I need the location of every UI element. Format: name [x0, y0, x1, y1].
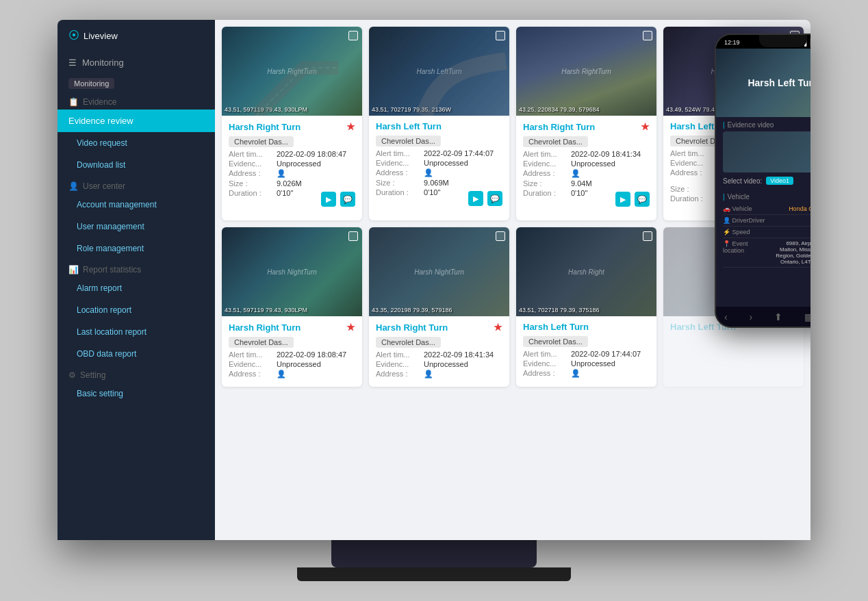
sidebar-item-alarm-report[interactable]: Alarm report	[58, 277, 215, 299]
phone-event-thumb: Harsh Left Turn	[716, 49, 810, 117]
thumb-label-7: Harsh Right	[568, 268, 604, 276]
card-title-1: Harsh Right Turn ★	[229, 121, 355, 132]
sidebar-section-setting: ⚙ Setting	[58, 365, 215, 383]
card-checkbox-5[interactable]	[348, 231, 358, 241]
monitor-stand	[331, 540, 537, 567]
card-info-1: Harsh Right Turn ★ Chevrolet Das... Aler…	[222, 116, 362, 215]
thumb-coords-5: 43.51, 597119 79.43, 930LPM	[225, 307, 307, 314]
star-icon-3[interactable]: ★	[641, 121, 650, 132]
action-icons-1: ▶ 💬	[321, 192, 355, 207]
meta-duration-3: Duration : 0'10" ▶ 💬	[523, 189, 650, 207]
road-svg-1	[222, 27, 362, 116]
phone-back-icon[interactable]: ‹	[724, 311, 728, 322]
phone-speed-label: ⚡ Speed	[723, 229, 750, 235]
download-icon-1[interactable]: ▶	[321, 192, 336, 207]
phone-forward-icon[interactable]: ›	[750, 311, 753, 322]
user-management-label: User management	[77, 222, 144, 231]
star-icon-1[interactable]: ★	[346, 121, 355, 132]
alarm-report-label: Alarm report	[77, 283, 122, 293]
monitoring-label: Monitoring	[82, 57, 124, 68]
star-icon-5[interactable]: ★	[346, 322, 355, 333]
sidebar-item-monitoring[interactable]: ☰ Monitoring	[58, 51, 215, 74]
meta-evidence-2: Evidenc... Unprocessed	[376, 159, 502, 167]
phone-notch	[759, 35, 807, 47]
phone-vehicle-label: 🚗 Vehicle	[723, 205, 752, 212]
sidebar-item-video-request[interactable]: Video request	[58, 132, 215, 154]
chat-icon-3[interactable]: 💬	[635, 192, 650, 207]
sidebar-item-basic-setting[interactable]: Basic setting	[58, 383, 215, 405]
card-checkbox-7[interactable]	[643, 231, 652, 241]
card-info-2: Harsh Left Turn Chevrolet Das... Alert t…	[369, 116, 509, 214]
phone-video-badge[interactable]: Video1	[766, 177, 793, 185]
meta-alert-5: Alert tim... 2022-02-09 18:08:47	[229, 350, 355, 359]
phone-share-icon[interactable]: ⬆	[774, 311, 782, 322]
card-title-6: Harsh Right Turn ★	[376, 322, 502, 333]
video-card-6[interactable]: Harsh NightTurn 43.35, 220198 79.39, 579…	[369, 227, 509, 387]
action-icons-2: ▶ 💬	[468, 191, 502, 206]
account-management-label: Account management	[77, 200, 157, 209]
video-card-5[interactable]: Harsh NightTurn 43.51, 597119 79.43, 930…	[222, 227, 362, 387]
chat-icon-2[interactable]: 💬	[487, 191, 502, 206]
card-checkbox-6[interactable]	[496, 231, 505, 241]
video-card-7[interactable]: Harsh Right 43.51, 702718 79.39, 375186 …	[516, 227, 656, 387]
chat-icon-1[interactable]: 💬	[340, 192, 355, 207]
device-badge-1: Chevrolet Das...	[229, 136, 294, 147]
meta-address-3: Address : 👤	[523, 169, 650, 178]
sidebar-section-user-center: 👤 User center	[58, 176, 215, 194]
report-label: Report statistics	[83, 265, 141, 274]
video-request-label: Video request	[77, 138, 127, 148]
sidebar-section-report: 📊 Report statistics	[58, 259, 215, 277]
sidebar-item-location-report[interactable]: Location report	[58, 299, 215, 321]
sidebar-item-obd-data-report[interactable]: OBD data report	[58, 343, 215, 365]
meta-alert-6: Alert tim... 2022-02-09 18:41:34	[376, 350, 502, 359]
sidebar-item-role-management[interactable]: Role management	[58, 238, 215, 259]
phone-field-vehicle: 🚗 Vehicle Honda CRV (Cam...	[723, 203, 810, 215]
sidebar-item-account-management[interactable]: Account management	[58, 194, 215, 216]
sidebar-section-evidence: 📋 Evidence	[58, 92, 215, 110]
sidebar-item-download-list[interactable]: Download list	[58, 154, 215, 176]
location-report-label: Location report	[77, 305, 131, 315]
thumb-label-3: Harsh RightTurn	[561, 68, 611, 75]
meta-address-2: Address : 👤	[376, 168, 502, 177]
card-info-5: Harsh Right Turn ★ Chevrolet Das... Aler…	[222, 316, 362, 387]
phone-grid-icon[interactable]: ▦	[804, 311, 810, 322]
sidebar-item-evidence-review[interactable]: Evidence review	[58, 110, 215, 132]
logo-icon: ⦿	[68, 29, 79, 42]
device-badge-7: Chevrolet Das...	[523, 336, 588, 347]
meta-duration-1: Duration : 0'10" ▶ 💬	[229, 189, 355, 207]
video-card-2[interactable]: Harsh LeftTurn 43.51, 702719 79.35, 2136…	[369, 27, 509, 220]
phone-field-location: 📍 Event location 6989, Airport Road, Old…	[723, 238, 810, 268]
report-icon: 📊	[68, 265, 79, 274]
video-card-1[interactable]: Harsh RightTurn 43.51, 597119 79.43, 930…	[222, 27, 362, 220]
phone-screen: Harsh Left Turn Evidence video Select vi…	[716, 49, 810, 307]
meta-address-5: Address : 👤	[229, 370, 355, 379]
meta-alert-7: Alert tim... 2022-02-09 17:44:07	[523, 350, 650, 358]
thumb-coords-6: 43.35, 220198 79.39, 579186	[372, 307, 452, 314]
video-thumbnail-5: Harsh NightTurn 43.51, 597119 79.43, 930…	[222, 227, 362, 316]
basic-setting-label: Basic setting	[77, 389, 123, 398]
card-title-5: Harsh Right Turn ★	[229, 322, 355, 333]
phone-mini-video	[723, 131, 810, 172]
video-thumbnail-1: Harsh RightTurn 43.51, 597119 79.43, 930…	[222, 27, 362, 116]
phone-event-title: Harsh Left Turn	[748, 77, 810, 88]
thumb-label-5: Harsh NightTurn	[267, 268, 317, 276]
phone-field-driver: 👤 DriverDriver	[723, 215, 810, 227]
download-icon-3[interactable]: ▶	[615, 192, 630, 207]
star-icon-6[interactable]: ★	[494, 322, 502, 333]
card-info-6: Harsh Right Turn ★ Chevrolet Das... Aler…	[369, 316, 509, 387]
meta-evidence-6: Evidenc... Unprocessed	[376, 360, 502, 368]
phone-select-row: Select video: Video1	[723, 177, 810, 185]
download-icon-2[interactable]: ▶	[468, 191, 483, 206]
video-card-3[interactable]: Harsh RightTurn 43.25, 220834 79.39, 579…	[516, 27, 656, 220]
sidebar-item-user-management[interactable]: User management	[58, 216, 215, 238]
meta-size-1: Size : 9.026M	[229, 179, 355, 188]
role-management-label: Role management	[77, 244, 144, 253]
phone-location-value: 6989, Airport Road, Old Malton, Mississa…	[768, 240, 810, 265]
evidence-section-label: Evidence	[83, 97, 116, 107]
evidence-review-label: Evidence review	[68, 116, 133, 126]
phone-driver-label: 👤 DriverDriver	[723, 217, 765, 224]
card-checkbox-3[interactable]	[643, 31, 652, 40]
main-content: Harsh RightTurn 43.51, 597119 79.43, 930…	[215, 20, 810, 540]
sidebar-item-last-location-report[interactable]: Last location report	[58, 321, 215, 343]
user-center-icon: 👤	[68, 181, 79, 191]
